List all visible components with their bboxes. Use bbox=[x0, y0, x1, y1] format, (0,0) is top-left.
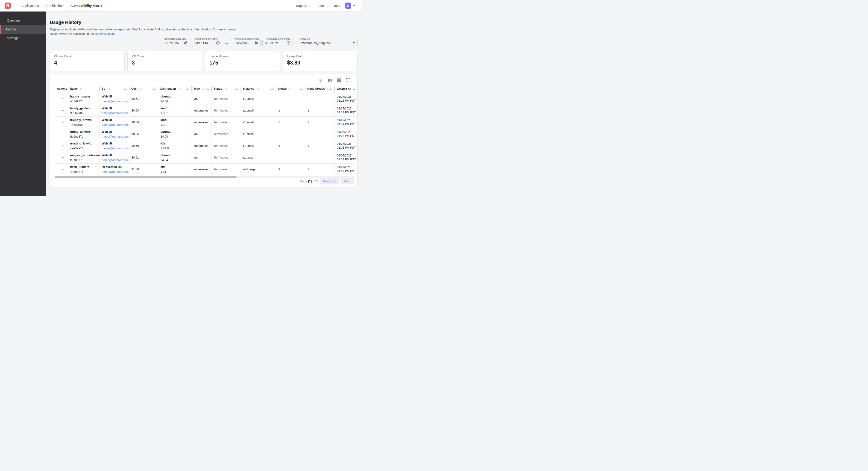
by-cell: Web UI name@domain.com bbox=[99, 152, 129, 164]
clock-icon[interactable] bbox=[216, 41, 220, 45]
description-line2-suffix: . bbox=[115, 32, 116, 35]
sort-icon[interactable]: ↑↓ bbox=[289, 88, 292, 90]
column-resize-handle[interactable] bbox=[186, 88, 189, 90]
sidebar-item-overview[interactable]: Overview bbox=[0, 16, 46, 25]
column-header-actions[interactable]: Actions bbox=[55, 85, 68, 93]
created-time: 01:51 PM PST bbox=[337, 122, 355, 126]
field-label: Terminated after time bbox=[194, 37, 219, 40]
row-actions-button[interactable] bbox=[60, 97, 65, 100]
column-header-type[interactable]: Type ↑↓ bbox=[191, 85, 211, 93]
terminated-before-time-field[interactable]: Terminated before time 03:19 PM bbox=[262, 39, 293, 47]
field-value: 03:19 PM bbox=[194, 41, 214, 45]
column-header-distribution[interactable]: Distribution ↑↓ bbox=[158, 85, 191, 93]
cluster-name: funny_lumiere bbox=[70, 130, 99, 134]
timezone-select[interactable]: Timezone America/Los_Angeles bbox=[297, 39, 358, 47]
sort-desc-icon[interactable]: ↓ bbox=[353, 87, 355, 91]
created-date: 01/27/2025 bbox=[337, 130, 355, 134]
column-resize-handle[interactable] bbox=[206, 88, 209, 90]
distribution-version: 1.32.0 bbox=[161, 146, 191, 150]
sort-icon[interactable]: ↑↓ bbox=[178, 88, 181, 90]
nav-link-docs[interactable]: Docs bbox=[333, 4, 340, 8]
created-date: 01/27/2025 bbox=[337, 107, 355, 111]
horizontal-scrollbar[interactable] bbox=[55, 176, 355, 178]
column-resize-handle[interactable] bbox=[235, 88, 239, 90]
tab-compatibility-matrix[interactable]: Compatibility Matrix bbox=[69, 0, 104, 11]
column-header-nodes[interactable]: Nodes ↑↓ bbox=[276, 85, 305, 93]
nodes-cell: 3 bbox=[276, 164, 305, 175]
by-cell: Web UI name@domain.com bbox=[99, 105, 129, 116]
column-resize-handle[interactable] bbox=[271, 88, 274, 90]
column-header-node-groups[interactable]: Node Groups ↑↓ bbox=[305, 85, 335, 93]
by-source: Web UI bbox=[102, 118, 129, 122]
cluster-id: 995b7182 bbox=[70, 111, 99, 115]
sort-icon[interactable]: ↑↓ bbox=[256, 88, 259, 90]
sidebar-item-label: History bbox=[6, 27, 16, 31]
by-source: Web UI bbox=[102, 106, 129, 110]
terminated-after-time-field[interactable]: Terminated after time 03:19 PM bbox=[192, 39, 222, 47]
actions-cell bbox=[55, 164, 68, 175]
sidebar-item-history[interactable]: History bbox=[0, 25, 46, 34]
density-icon[interactable] bbox=[337, 78, 341, 82]
sort-icon[interactable]: ↑↓ bbox=[140, 88, 142, 90]
created-date: 01/02/2025 bbox=[337, 166, 355, 169]
sidebar-item-settings[interactable]: Settings bbox=[0, 34, 46, 42]
columns-icon[interactable] bbox=[328, 78, 332, 82]
actions-cell bbox=[55, 140, 68, 152]
by-email-link[interactable]: name@domain.com bbox=[102, 135, 129, 139]
row-actions-button[interactable] bbox=[60, 121, 65, 124]
row-actions-button[interactable] bbox=[60, 156, 65, 159]
row-actions-button[interactable] bbox=[60, 168, 65, 171]
nodes-cell: - bbox=[276, 128, 305, 140]
by-email-link[interactable]: name@domain.com bbox=[102, 170, 129, 174]
nav-link-team[interactable]: Team bbox=[316, 4, 324, 8]
column-header-created-at[interactable]: Created At ↓ bbox=[335, 85, 355, 93]
distribution-cell: kind 1.32.1 bbox=[158, 105, 191, 116]
column-resize-handle[interactable] bbox=[300, 88, 303, 90]
scrollbar-thumb[interactable] bbox=[55, 176, 237, 178]
chevron-down-icon[interactable] bbox=[352, 4, 356, 7]
by-email-link[interactable]: name@domain.com bbox=[102, 158, 129, 162]
column-header-status[interactable]: Status ↑↓ bbox=[211, 85, 241, 93]
tab-troubleshoot[interactable]: Troubleshoot bbox=[44, 0, 67, 11]
nav-link-support[interactable]: Support bbox=[296, 4, 307, 8]
sort-icon[interactable]: ↑↓ bbox=[202, 88, 205, 90]
distribution-cell: kind 1.32.1 bbox=[158, 116, 191, 128]
column-header-name[interactable]: Name ↑↓ bbox=[68, 85, 99, 93]
by-source: Web UI bbox=[102, 142, 129, 145]
previous-page-button[interactable]: Previous bbox=[320, 178, 339, 184]
row-actions-button[interactable] bbox=[60, 133, 65, 136]
type-cell: vm bbox=[191, 93, 211, 105]
sort-icon[interactable]: ↑↓ bbox=[224, 88, 227, 90]
cluster-name: trusting_leavitt bbox=[70, 142, 99, 145]
by-email-link[interactable]: name@domain.com bbox=[102, 123, 129, 127]
column-resize-handle[interactable] bbox=[153, 88, 156, 90]
column-header-cost[interactable]: Cost ↑↓ bbox=[129, 85, 158, 93]
fullscreen-icon[interactable] bbox=[346, 78, 350, 82]
calendar-icon[interactable] bbox=[254, 41, 258, 45]
clock-icon[interactable] bbox=[286, 41, 290, 45]
calendar-icon[interactable] bbox=[184, 41, 187, 45]
column-resize-handle[interactable] bbox=[123, 88, 127, 90]
filter-icon[interactable] bbox=[318, 78, 323, 82]
column-resize-handle[interactable] bbox=[329, 88, 332, 90]
cluster-id: cae5ea11 bbox=[70, 146, 99, 150]
by-source: Web UI bbox=[102, 153, 129, 157]
cost-cell: $0.66 bbox=[129, 140, 158, 152]
column-header-instance[interactable]: Instance ↑↓ bbox=[241, 85, 276, 93]
terminated-before-date-field[interactable]: Terminated before date 01/27/2025 bbox=[231, 39, 260, 47]
column-header-by[interactable]: By ↑↓ bbox=[99, 85, 129, 93]
terminated-after-date-field[interactable]: Terminated after date 10/27/2024 bbox=[161, 39, 190, 47]
avatar[interactable]: K bbox=[345, 3, 351, 9]
by-email-link[interactable]: name@domain.com bbox=[102, 111, 129, 115]
overview-page-link[interactable]: Overview page bbox=[95, 32, 115, 35]
row-actions-button[interactable] bbox=[60, 145, 65, 147]
by-email-link[interactable]: name@domain.com bbox=[102, 99, 129, 103]
sort-icon[interactable]: ↑↓ bbox=[107, 88, 110, 90]
sort-icon[interactable]: ↑↓ bbox=[80, 88, 83, 90]
row-actions-button[interactable] bbox=[60, 109, 65, 112]
tab-applications[interactable]: Applications bbox=[19, 0, 41, 11]
next-page-button[interactable]: Next bbox=[341, 178, 353, 184]
replicated-logo[interactable]: R bbox=[5, 3, 11, 9]
by-email-link[interactable]: name@domain.com bbox=[102, 146, 129, 150]
created-at-cell: 01/27/2025 01:03 PM PST bbox=[335, 140, 355, 152]
